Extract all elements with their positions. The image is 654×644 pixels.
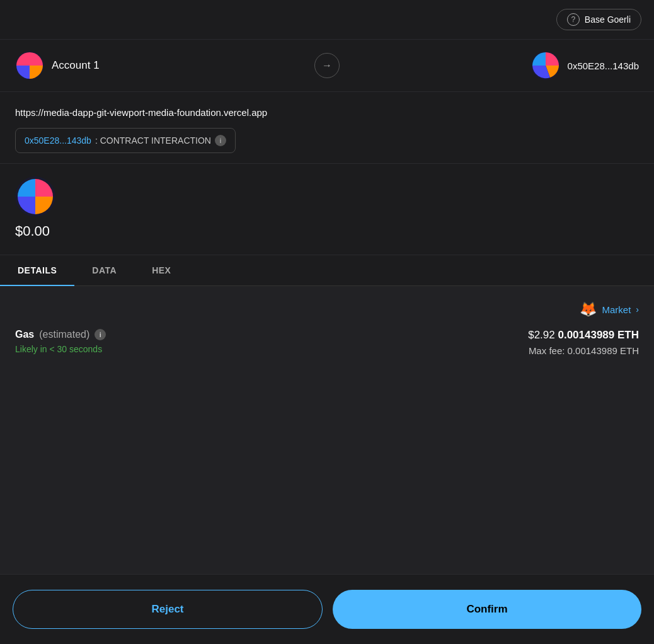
tab-hex[interactable]: HEX <box>134 255 188 285</box>
network-badge[interactable]: ? Base Goerli <box>556 9 641 30</box>
to-avatar <box>531 51 560 80</box>
details-panel: 🦊 Market › Gas (estimated) i Likely in <… <box>0 286 654 574</box>
market-row: 🦊 Market › <box>15 301 639 318</box>
account-address: 0x50E28...143db <box>568 60 639 71</box>
gas-row: Gas (estimated) i Likely in < 30 seconds… <box>15 329 639 356</box>
value-amount: $0.00 <box>15 223 639 239</box>
tabs: DETAILS DATA HEX <box>0 255 654 286</box>
gas-price: $2.92 0.00143989 ETH <box>528 329 639 342</box>
tab-details[interactable]: DETAILS <box>0 255 74 285</box>
max-fee-value: 0.00143989 ETH <box>568 345 639 356</box>
contract-label: : CONTRACT INTERACTION <box>95 135 211 146</box>
max-fee: Max fee: 0.00143989 ETH <box>529 345 639 356</box>
network-label: Base Goerli <box>585 14 631 25</box>
value-avatar <box>15 176 55 217</box>
gas-label: Gas (estimated) i <box>15 329 106 340</box>
confirm-button[interactable]: Confirm <box>333 590 641 629</box>
max-fee-label: Max fee: <box>529 345 565 356</box>
market-chevron-icon[interactable]: › <box>636 304 639 314</box>
gas-price-eth: 0.00143989 ETH <box>558 329 639 341</box>
wallet-container: ? Base Goerli Account 1 → <box>0 0 654 644</box>
gas-left: Gas (estimated) i Likely in < 30 seconds <box>15 329 106 354</box>
gas-right: $2.92 0.00143989 ETH Max fee: 0.00143989… <box>528 329 639 356</box>
reject-button[interactable]: Reject <box>13 590 323 629</box>
gas-estimated: (estimated) <box>39 329 89 340</box>
fox-icon: 🦊 <box>580 301 597 318</box>
account-right: 0x50E28...143db <box>340 51 639 80</box>
dapp-url: https://media-dapp-git-viewport-media-fo… <box>15 107 639 118</box>
bottom-buttons: Reject Confirm <box>0 574 654 644</box>
gas-info-icon[interactable]: i <box>95 329 106 340</box>
gas-text: Gas <box>15 329 34 340</box>
value-section: $0.00 <box>0 164 654 255</box>
tab-data[interactable]: DATA <box>74 255 134 285</box>
contract-badge: 0x50E28...143db : CONTRACT INTERACTION i <box>15 128 236 153</box>
from-avatar <box>15 51 44 80</box>
contract-info-icon[interactable]: i <box>215 135 226 146</box>
gas-price-usd: $2.92 <box>528 329 555 341</box>
account-row: Account 1 → 0x50E28...143db <box>0 40 654 92</box>
account-left: Account 1 <box>15 51 314 80</box>
top-bar: ? Base Goerli <box>0 0 654 40</box>
help-icon[interactable]: ? <box>567 13 580 26</box>
contract-address[interactable]: 0x50E28...143db <box>25 135 91 146</box>
url-section: https://media-dapp-git-viewport-media-fo… <box>0 92 654 164</box>
arrow-circle: → <box>314 53 340 78</box>
account-name: Account 1 <box>52 59 100 72</box>
market-label[interactable]: Market <box>602 304 631 315</box>
gas-timing: Likely in < 30 seconds <box>15 344 106 354</box>
